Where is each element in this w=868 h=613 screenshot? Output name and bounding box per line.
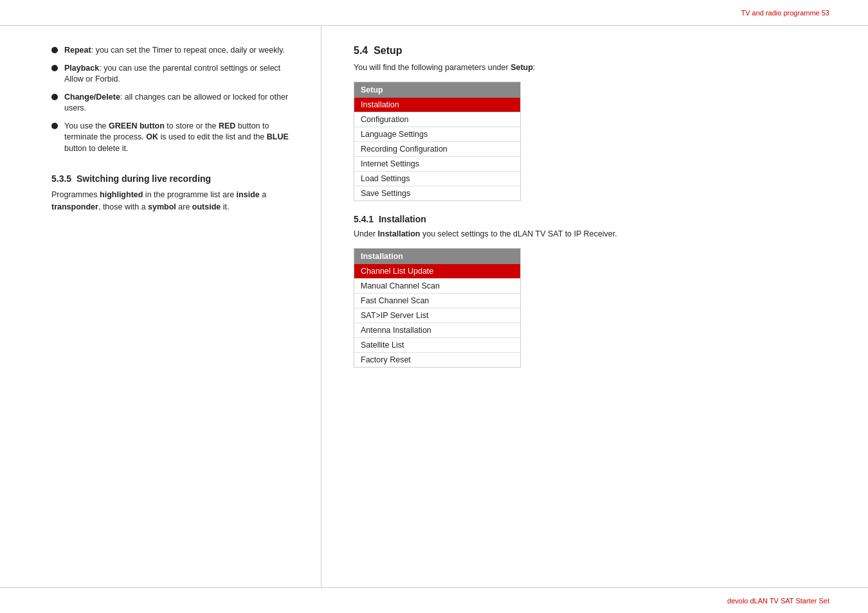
content-area: Repeat: you can set the Timer to repeat … — [0, 26, 868, 587]
bold-text: transponder — [51, 202, 98, 211]
menu-item-antenna-installation[interactable]: Antenna Installation — [354, 323, 520, 338]
section-heading: 5.3.5 Switching during live recording — [51, 173, 295, 184]
list-item: Change/Delete: all changes can be allowe… — [51, 92, 295, 114]
bold-label: Repeat — [64, 46, 91, 55]
menu-item-installation[interactable]: Installation — [354, 98, 520, 112]
menu-item-configuration[interactable]: Configuration — [354, 112, 520, 127]
bold-text: Setup — [511, 63, 533, 72]
footer-bar: devolo dLAN TV SAT Starter Set — [0, 587, 868, 613]
bold-label: Change/Delete — [64, 93, 120, 102]
left-column: Repeat: you can set the Timer to repeat … — [0, 26, 321, 587]
menu-item-channel-list-update[interactable]: Channel List Update — [354, 264, 520, 279]
bullet-dot — [51, 47, 58, 53]
list-item: Repeat: you can set the Timer to repeat … — [51, 45, 295, 57]
menu-item-sat-ip-server-list[interactable]: SAT>IP Server List — [354, 308, 520, 323]
menu-item-language-settings[interactable]: Language Settings — [354, 127, 520, 142]
bold-text: inside — [237, 190, 260, 199]
menu-item-recording-configuration[interactable]: Recording Configuration — [354, 142, 520, 157]
right-column: 5.4 Setup You will find the following pa… — [321, 26, 868, 587]
installation-menu-header: Installation — [354, 249, 520, 264]
menu-item-save-settings[interactable]: Save Settings — [354, 186, 520, 200]
section-text: Programmes highlighted in the programme … — [51, 189, 295, 213]
bold-text: symbol — [148, 202, 176, 211]
bold-label: RED — [219, 121, 235, 130]
bold-label: GREEN button — [109, 121, 165, 130]
installation-menu-box: Installation Channel List Update Manual … — [354, 248, 521, 368]
bold-text: highlighted — [100, 190, 143, 199]
section-title: Switching during live recording — [77, 173, 211, 184]
header-bar: TV and radio programme 53 — [0, 0, 868, 26]
bold-label: Playback — [64, 64, 99, 73]
bullet-text: Change/Delete: all changes can be allowe… — [64, 92, 295, 114]
menu-item-manual-channel-scan[interactable]: Manual Channel Scan — [354, 279, 520, 294]
subsection-title: Installation — [379, 214, 426, 224]
subsection-text: Under Installation you select settings t… — [354, 228, 829, 240]
list-item: Playback: you can use the parental contr… — [51, 63, 295, 85]
page-wrapper: TV and radio programme 53 devolo dLAN TV… — [0, 0, 868, 613]
bullet-list: Repeat: you can set the Timer to repeat … — [51, 45, 295, 154]
setup-menu-box: Setup Installation Configuration Languag… — [354, 82, 521, 201]
bullet-dot — [51, 94, 58, 100]
subsection-number: 5.4.1 — [354, 214, 374, 224]
bold-text: Installation — [378, 229, 420, 238]
menu-item-satellite-list[interactable]: Satellite List — [354, 338, 520, 353]
menu-item-factory-reset[interactable]: Factory Reset — [354, 353, 520, 367]
section-number: 5.3.5 — [51, 173, 71, 184]
bullet-dot — [51, 65, 58, 71]
header-text: TV and radio programme 53 — [741, 9, 829, 17]
bullet-text: You use the GREEN button to store or the… — [64, 121, 295, 155]
bold-label: OK — [146, 132, 158, 141]
section-number: 5.4 — [354, 45, 368, 56]
bold-text: outside — [192, 202, 221, 211]
bullet-text: Repeat: you can set the Timer to repeat … — [64, 45, 295, 57]
subsection-heading: 5.4.1 Installation — [354, 214, 829, 224]
menu-item-internet-settings[interactable]: Internet Settings — [354, 157, 520, 172]
section-title: Setup — [374, 45, 402, 56]
menu-item-load-settings[interactable]: Load Settings — [354, 172, 520, 186]
menu-item-fast-channel-scan[interactable]: Fast Channel Scan — [354, 294, 520, 308]
bullet-text: Playback: you can use the parental contr… — [64, 63, 295, 85]
section-subheading: 5.4 Setup — [354, 45, 829, 57]
bullet-dot — [51, 123, 58, 129]
intro-text: You will find the following parameters u… — [354, 62, 829, 74]
footer-text: devolo dLAN TV SAT Starter Set — [727, 597, 829, 605]
bold-label: BLUE — [267, 132, 289, 141]
list-item: You use the GREEN button to store or the… — [51, 121, 295, 155]
setup-menu-header: Setup — [354, 82, 520, 98]
